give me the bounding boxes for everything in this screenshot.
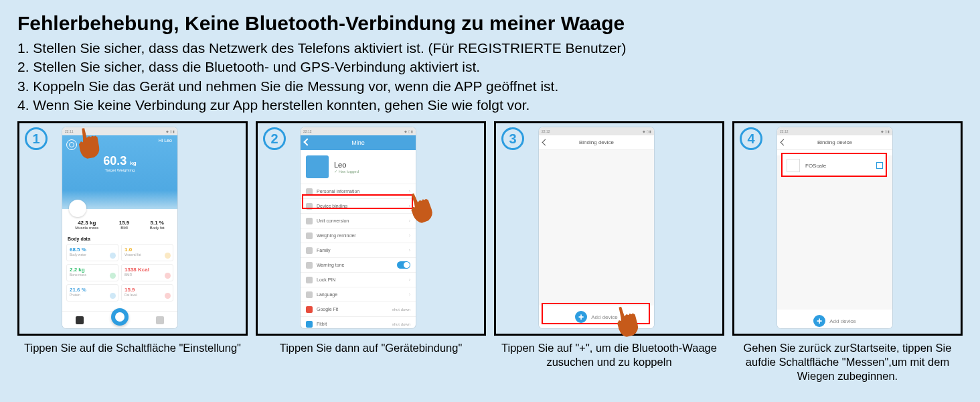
row-fitbit[interactable]: Fitbitshut down [301,316,416,328]
caption-row: Tippen Sie auf die Schaltfläche "Einstel… [17,341,963,383]
dashboard-hero: Hi Leo 60.3 kg Target Weighting [62,135,177,209]
row-weighing-reminder[interactable]: Weighing reminder› [301,228,416,243]
avatar [306,155,329,178]
weight-unit: kg [130,160,136,166]
back-icon[interactable] [542,139,549,146]
body-data-grid: 68.5 %Body water 1.0Visceral fat 2.2 kgB… [62,243,177,303]
caption-2: Tippen Sie dann auf "Gerätebindung" [256,341,486,383]
measure-button[interactable] [111,308,129,326]
device-thumbnail [787,159,800,172]
instruction-1: 1. Stellen Sie sicher, dass das Netzwerk… [17,39,963,58]
user-name: Leo [334,161,359,169]
caption-3: Tippen Sie auf "+", um die Bluetooth-Waa… [494,341,724,383]
status-bar: 22:12◆ ▯ ▮ [539,127,654,135]
user-greeting: Hi Leo [159,138,172,143]
panel-2: 2 22:12◆ ▯ ▮ Mine Leo ✓ Has logged Perso… [256,121,486,336]
panel-4: 4 22:12◆ ▯ ▮ Binding device FOScale + Ad… [732,121,963,336]
phone-screenshot-1: 22:11◆ ▯ ▮ Hi Leo 60.3 kg Target Weighti… [62,127,177,328]
edit-icon[interactable] [876,162,883,169]
device-list: FOScale [777,155,892,310]
instruction-list: 1. Stellen Sie sicher, dass das Netzwerk… [17,39,963,115]
weight-subtitle: Target Weighting [62,168,177,172]
panel-row: 1 22:11◆ ▯ ▮ Hi Leo 60.3 kg Target Weigh… [17,121,963,336]
row-family[interactable]: Family› [301,243,416,257]
device-row[interactable]: FOScale [781,155,888,176]
binding-header: Binding device [539,135,654,150]
mine-header: Mine [301,135,416,150]
body-data-label: Body data [62,234,177,243]
row-warning-tone[interactable]: Warning tone [301,257,416,272]
device-name: FOScale [805,163,826,169]
step-badge-1: 1 [25,127,48,150]
login-status: ✓ Has logged [334,169,359,174]
phone-screenshot-3: 22:12◆ ▯ ▮ Binding device + Add device [539,127,654,328]
row-device-binding[interactable]: Device binding› [301,198,416,213]
row-personal-info[interactable]: Personal information› [301,184,416,198]
empty-list [539,150,654,306]
back-icon[interactable] [781,139,787,146]
status-bar: 22:11◆ ▯ ▮ [62,127,177,135]
row-google-fit[interactable]: Google Fitshut down [301,302,416,316]
panel-3: 3 22:12◆ ▯ ▮ Binding device + Add device [494,121,724,336]
home-icon[interactable] [76,316,84,324]
step-badge-2: 2 [263,127,286,150]
tab-bar [62,311,177,328]
binding-header: Binding device [777,135,892,150]
row-language[interactable]: Language› [301,287,416,302]
profile-icon[interactable] [156,316,164,324]
step-badge-3: 3 [501,127,524,150]
caption-1: Tippen Sie auf die Schaltfläche "Einstel… [17,341,248,383]
instruction-2: 2. Stellen Sie sicher, dass die Bluetoot… [17,58,963,76]
plus-icon: + [575,311,587,323]
caption-4: Gehen Sie zurück zurStartseite, tippen S… [732,341,963,383]
plus-icon: + [813,315,825,327]
status-bar: 22:12◆ ▯ ▮ [301,127,416,135]
step-badge-4: 4 [740,127,762,150]
toggle-switch[interactable] [397,261,410,269]
add-device-button[interactable]: + Add device [777,310,892,328]
row-lock-pin[interactable]: Lock PIN› [301,272,416,287]
back-icon[interactable] [303,139,311,146]
phone-screenshot-2: 22:12◆ ▯ ▮ Mine Leo ✓ Has logged Persona… [301,127,416,328]
phone-screenshot-4: 22:12◆ ▯ ▮ Binding device FOScale + Add … [777,127,892,328]
row-unit-conversion[interactable]: Unit conversion› [301,213,416,228]
weight-value: 60.3 [103,154,127,168]
status-bar: 22:12◆ ▯ ▮ [777,127,892,135]
add-device-button[interactable]: + Add device [539,306,654,328]
instruction-4: 4. Wenn Sie keine Verbindung zur App her… [17,96,963,115]
page-title: Fehlerbehebung, Keine Bluetooth-Verbindu… [17,12,963,35]
instruction-3: 3. Koppeln Sie das Gerät und nehmen Sie … [17,77,963,96]
panel-1: 1 22:11◆ ▯ ▮ Hi Leo 60.3 kg Target Weigh… [17,121,248,336]
user-block: Leo ✓ Has logged [301,150,416,184]
